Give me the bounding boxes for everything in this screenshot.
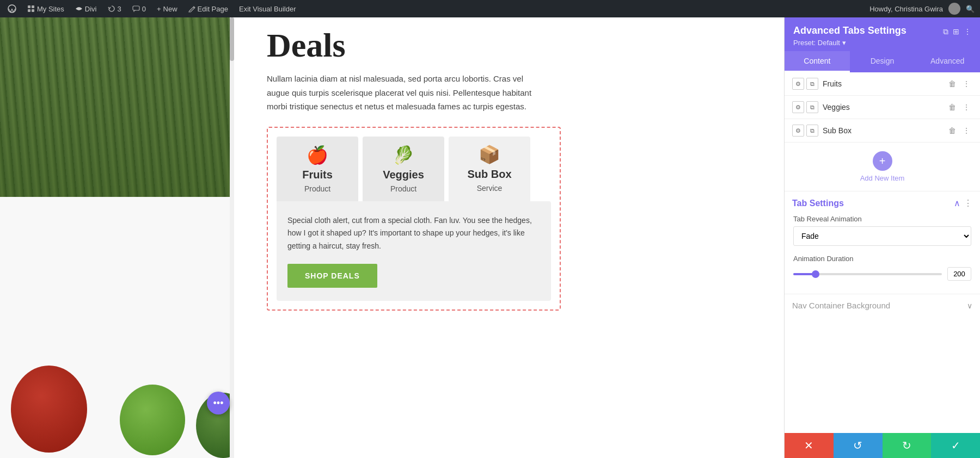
animation-duration-label: Animation Duration xyxy=(793,255,971,263)
veggie-onion xyxy=(11,366,87,453)
panel-title: Advanced Tabs Settings xyxy=(793,25,906,36)
slider-track[interactable] xyxy=(793,273,942,275)
item-settings-icon[interactable]: ⚙ xyxy=(792,78,804,90)
panel-preset[interactable]: Preset: Default xyxy=(793,39,971,47)
right-panel: Advanced Tabs Settings ⧉ ⊞ ⋮ Preset: Def… xyxy=(784,17,980,458)
item-actions: 🗑 ⋮ xyxy=(946,78,972,90)
float-edit-button[interactable]: ••• xyxy=(207,392,230,414)
item-copy-icon[interactable]: ⧉ xyxy=(806,78,818,90)
scroll-indicator[interactable] xyxy=(230,17,234,458)
left-image-section: ••• xyxy=(0,17,234,458)
chevron-up-icon: ∧ xyxy=(954,198,960,208)
panel-tab-content[interactable]: Content xyxy=(785,51,850,72)
page-inner: ••• Deals Nullam lacinia diam at nisl ma… xyxy=(0,17,784,458)
veggies-label-sub: Product xyxy=(390,184,416,193)
item-settings-icon-3[interactable]: ⚙ xyxy=(792,125,804,137)
panel-tab-advanced[interactable]: Advanced xyxy=(915,51,980,72)
subbox-label-sub: Service xyxy=(477,184,503,193)
tab-item-veggies-label: Veggies xyxy=(823,103,942,112)
user-greeting: Howdy, Christina Gwira xyxy=(869,5,943,13)
tab-list-item-veggies: ⚙ ⧉ Veggies 🗑 ⋮ xyxy=(785,96,980,119)
tab-item-fruits-label: Fruits xyxy=(823,79,942,88)
animation-duration-row: Animation Duration 200 xyxy=(793,255,971,281)
svg-rect-3 xyxy=(28,9,30,12)
slider-row: 200 xyxy=(793,267,971,281)
exit-builder-label: Exit Visual Builder xyxy=(239,5,296,13)
item-delete-icon-2[interactable]: 🗑 xyxy=(946,101,958,113)
tab-fruits[interactable]: 🍎 Fruits Product xyxy=(277,137,358,201)
tabs-widget: 🍎 Fruits Product 🥬 Veggies Product 📦 xyxy=(267,127,561,311)
save-button[interactable]: ✓ xyxy=(931,433,980,458)
page-content: ••• Deals Nullam lacinia diam at nisl ma… xyxy=(0,17,784,458)
panel-menu-icon[interactable]: ⋮ xyxy=(964,27,971,36)
subbox-icon: 📦 xyxy=(479,144,500,165)
tab-settings-controls: ∧ ⋮ xyxy=(954,198,972,208)
my-sites-link[interactable]: My Sites xyxy=(25,5,66,13)
revisions-link[interactable]: 3 xyxy=(106,5,124,13)
exit-builder-link[interactable]: Exit Visual Builder xyxy=(237,5,298,13)
svg-rect-5 xyxy=(133,6,139,10)
item-delete-icon-3[interactable]: 🗑 xyxy=(946,125,958,137)
topbar: My Sites Divi 3 0 + New Edit Page Exit V… xyxy=(0,0,980,17)
veggie-zucchini xyxy=(120,385,185,455)
item-icons: ⚙ ⧉ xyxy=(792,78,818,90)
close-button[interactable]: ✕ xyxy=(785,433,834,458)
panel-tab-design[interactable]: Design xyxy=(850,51,915,72)
item-copy-icon-3[interactable]: ⧉ xyxy=(806,125,818,137)
reveal-animation-select[interactable]: Fade Slide None xyxy=(793,226,971,246)
fruits-label-sub: Product xyxy=(304,184,330,193)
item-more-icon-3[interactable]: ⋮ xyxy=(960,125,972,137)
svg-rect-1 xyxy=(28,5,30,8)
item-settings-icon-2[interactable]: ⚙ xyxy=(792,101,804,113)
slider-thumb[interactable] xyxy=(812,270,819,278)
panel-body: ⚙ ⧉ Fruits 🗑 ⋮ ⚙ ⧉ Veggies 🗑 ⋮ xyxy=(785,72,980,433)
scroll-thumb xyxy=(230,17,234,61)
fruits-label-main: Fruits xyxy=(302,169,333,181)
asparagus-image xyxy=(0,17,234,219)
add-new-item[interactable]: + Add New Item xyxy=(785,143,980,191)
item-more-icon[interactable]: ⋮ xyxy=(960,78,972,90)
edit-page-link[interactable]: Edit Page xyxy=(186,5,230,13)
tab-content-text: Special cloth alert, cut from a special … xyxy=(287,214,540,253)
svg-rect-2 xyxy=(32,5,34,8)
slider-value[interactable]: 200 xyxy=(947,267,971,281)
nav-container-section[interactable]: Nav Container Background ∨ xyxy=(785,294,980,317)
reveal-animation-label: Tab Reveal Animation xyxy=(793,215,971,223)
tab-veggies[interactable]: 🥬 Veggies Product xyxy=(363,137,444,201)
undo-button[interactable]: ↺ xyxy=(834,433,883,458)
dots-icon: ••• xyxy=(213,398,224,409)
shop-deals-button[interactable]: SHOP DEALS xyxy=(287,264,377,288)
new-link[interactable]: + New xyxy=(155,5,180,13)
redo-button[interactable]: ↻ xyxy=(883,433,932,458)
hero-image xyxy=(0,17,234,219)
tab-settings-more-icon[interactable]: ⋮ xyxy=(964,198,972,208)
new-label: New xyxy=(163,5,177,13)
user-avatar[interactable] xyxy=(948,3,960,15)
tab-settings-title: Tab Settings xyxy=(792,199,954,208)
page-title: Deals xyxy=(267,28,751,62)
nav-container-title: Nav Container Background xyxy=(792,301,967,310)
revision-count: 3 xyxy=(118,5,121,13)
search-icon[interactable]: 🔍 xyxy=(966,5,975,13)
item-delete-icon[interactable]: 🗑 xyxy=(946,78,958,90)
item-copy-icon-2[interactable]: ⧉ xyxy=(806,101,818,113)
bottom-actions: ✕ ↺ ↻ ✓ xyxy=(785,433,980,458)
add-new-label: Add New Item xyxy=(860,174,905,182)
wp-logo[interactable] xyxy=(5,4,19,13)
tab-list-item-subbox: ⚙ ⧉ Sub Box 🗑 ⋮ xyxy=(785,119,980,143)
item-icons-3: ⚙ ⧉ xyxy=(792,125,818,137)
comments-link[interactable]: 0 xyxy=(130,5,148,13)
item-actions-2: 🗑 ⋮ xyxy=(946,101,972,113)
veggies-icon: 🥬 xyxy=(393,145,414,165)
panel-copy-icon[interactable]: ⧉ xyxy=(943,27,948,36)
item-more-icon-2[interactable]: ⋮ xyxy=(960,101,972,113)
settings-body: Tab Reveal Animation Fade Slide None Ani… xyxy=(785,215,980,294)
divi-link[interactable]: Divi xyxy=(73,5,99,13)
tab-settings-header[interactable]: Tab Settings ∧ ⋮ xyxy=(785,191,980,215)
svg-rect-4 xyxy=(32,9,34,12)
tab-subbox[interactable]: 📦 Sub Box Service xyxy=(449,137,530,201)
tabs-nav: 🍎 Fruits Product 🥬 Veggies Product 📦 xyxy=(277,137,551,201)
tab-reveal-animation-row: Tab Reveal Animation Fade Slide None xyxy=(793,215,971,246)
panel-resize-icon[interactable]: ⊞ xyxy=(953,27,959,36)
topbar-right: Howdy, Christina Gwira 🔍 xyxy=(869,3,975,15)
